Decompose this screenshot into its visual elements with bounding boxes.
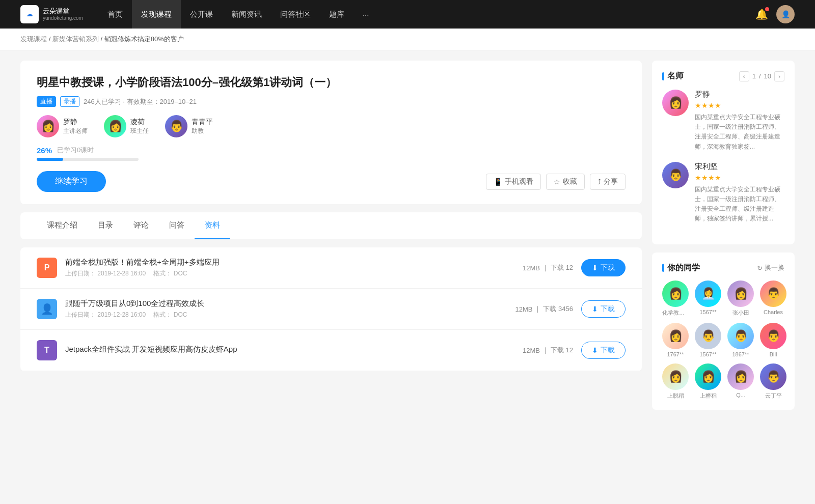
classmate-avatar-2: 👩‍💼 [695,281,721,307]
course-card: 明星中教授课，小学阶段语法100分–强化级第1讲动词（一） 直播 录播 246人… [20,61,642,204]
resource-format-label-1: 格式： [147,270,172,277]
resource-item-3: T Jetpack全组件实战 开发短视频应用高仿皮皮虾App 12MB ｜ 下载… [20,330,642,371]
nav-discover[interactable]: 发现课程 [132,0,181,29]
instructor-face-2: 👩 [104,115,126,137]
tab-intro[interactable]: 课程介绍 [37,212,88,239]
download-button-2[interactable]: ⬇ 下载 [581,300,626,318]
nav-qa[interactable]: 问答社区 [271,0,320,29]
classmate-name-5: 1767** [667,351,684,357]
bell-icon[interactable]: 🔔 [755,8,768,20]
mobile-watch-button[interactable]: 📱 手机观看 [486,174,541,190]
course-actions: 继续学习 📱 手机观看 ☆ 收藏 ⤴ 分享 [37,171,626,192]
nav-quiz[interactable]: 题库 [320,0,354,29]
instructor-info-1: 罗静 主讲老师 [63,118,88,135]
classmates-card: 你的同学 ↻ 换一换 👩 化学教书... 👩‍💼 1567** 👩 张小田 [652,253,795,410]
progress-bar-bg [37,158,139,161]
classmate-avatar-1: 👩 [662,281,689,307]
nav-public[interactable]: 公开课 [181,0,222,29]
teachers-title: 名师 [662,71,684,81]
classmate-avatar-3: 👩 [727,281,754,307]
instructor-avatar-1: 👩 [37,115,59,137]
classmate-4[interactable]: 👨 Charles [760,281,786,317]
teacher-face-2: 👨 [662,162,689,188]
content-left: 明星中教授课，小学阶段语法100分–强化级第1讲动词（一） 直播 录播 246人… [20,61,642,418]
refresh-icon: ↻ [757,264,763,272]
classmate-11[interactable]: 👩 Q... [727,363,754,400]
refresh-button[interactable]: ↻ 换一换 [757,263,784,272]
teacher-info-1: 罗静 ★★★★ 国内某重点大学安全工程专业硕士，国家一级注册消防工程师、注册安全… [695,90,784,152]
instructor-3: 👨 青青平 助教 [165,115,213,137]
teacher-item-1: 👩 罗静 ★★★★ 国内某重点大学安全工程专业硕士，国家一级注册消防工程师、注册… [662,90,784,152]
share-icon: ⤴ [597,178,601,186]
classmate-2[interactable]: 👩‍💼 1567** [695,281,721,317]
classmate-10[interactable]: 👩 上桦稻 [695,363,721,400]
tab-qa[interactable]: 问答 [159,212,195,239]
resource-title-3: Jetpack全组件实战 开发短视频应用高仿皮皮虾App [65,345,514,354]
instructor-info-3: 青青平 助教 [192,118,213,135]
page-current: 1 [752,72,756,80]
download-button-1[interactable]: ⬇ 下载 [581,259,626,276]
resource-icon-2: 👤 [37,299,57,319]
classmate-avatar-8: 👨 [760,323,786,349]
teacher-desc-1: 国内某重点大学安全工程专业硕士，国家一级注册消防工程师、注册安全工程师、高级注册… [695,113,784,152]
classmate-9[interactable]: 👩 上脱稻 [662,363,689,400]
avatar-image: 👤 [781,10,790,18]
teacher-name-1: 罗静 [695,90,784,99]
classmate-5[interactable]: 👩 1767** [662,323,689,357]
action-group: 📱 手机观看 ☆ 收藏 ⤴ 分享 [486,174,626,190]
resource-item-1: P 前端全栈加强版！前端全栈+全周期+多端应用 上传日期： 2019-12-28… [20,247,642,289]
instructor-role-3: 助教 [192,127,213,135]
tab-comments[interactable]: 评论 [123,212,159,239]
course-badges: 直播 录播 246人已学习 · 有效期至：2019–10–21 [37,96,626,107]
classmate-avatar-6: 👨 [695,323,721,349]
tabs: 课程介绍 目录 评论 问答 资料 [37,212,626,239]
classmate-12[interactable]: 👨 云丁平 [760,363,786,400]
teachers-pagination: ‹ 1 / 10 › [739,71,784,81]
classmate-8[interactable]: 👨 Bill [760,323,786,357]
bell-notification-dot [765,7,769,11]
classmate-3[interactable]: 👩 张小田 [727,281,754,317]
page-prev-button[interactable]: ‹ [739,71,749,81]
nav-more[interactable]: ··· [354,0,378,29]
logo[interactable]: ☁ 云朵课堂 yundoketang.com [20,5,83,23]
tab-resources[interactable]: 资料 [195,212,230,239]
resource-icon-1: P [37,258,57,278]
mobile-icon: 📱 [494,178,502,186]
classmate-name-10: 上桦稻 [700,392,717,400]
classmate-avatar-12: 👨 [760,363,786,390]
progress-label: 26% 已学习0课时 [37,146,626,155]
continue-button[interactable]: 继续学习 [37,171,106,192]
teacher-name-2: 宋利坚 [695,162,784,172]
download-button-3[interactable]: ⬇ 下载 [581,342,626,359]
instructor-avatar-2: 👩 [104,115,126,137]
classmates-grid: 👩 化学教书... 👩‍💼 1567** 👩 张小田 👨 Charles 👩 [662,281,784,400]
resource-item-2: 👤 跟随千万级项目从0到100全过程高效成长 上传日期： 2019-12-28 … [20,289,642,330]
tab-catalog[interactable]: 目录 [88,212,123,239]
teacher-desc-2: 国内某重点大学安全工程专业硕士，国家一级注册消防工程师、注册安全工程师、级注册建… [695,185,784,224]
classmate-1[interactable]: 👩 化学教书... [662,281,689,317]
nav-home[interactable]: 首页 [98,0,132,29]
user-avatar[interactable]: 👤 [776,5,795,23]
resource-info-2: 跟随千万级项目从0到100全过程高效成长 上传日期： 2019-12-28 16… [65,299,507,319]
classmate-avatar-5: 👩 [662,323,689,349]
classmate-7[interactable]: 👨 1867** [727,323,754,357]
nav-news[interactable]: 新闻资讯 [222,0,271,29]
instructor-role-1: 主讲老师 [63,127,88,135]
collect-button[interactable]: ☆ 收藏 [546,174,585,190]
resource-title-1: 前端全栈加强版！前端全栈+全周期+多端应用 [65,258,514,267]
breadcrumb-series[interactable]: 新媒体营销系列 [52,35,99,43]
page-next-button[interactable]: › [774,71,784,81]
classmate-name-6: 1567** [699,351,716,357]
progress-section: 26% 已学习0课时 [37,146,626,161]
breadcrumb-discover[interactable]: 发现课程 [20,35,47,43]
teacher-item-2: 👨 宋利坚 ★★★★ 国内某重点大学安全工程专业硕士，国家一级注册消防工程师、注… [662,162,784,224]
nav-items: 首页 发现课程 公开课 新闻资讯 问答社区 题库 ··· [98,0,755,29]
teachers-header: 名师 ‹ 1 / 10 › [662,71,784,81]
progress-bar-fill [37,158,63,161]
classmate-name-8: Bill [770,351,777,357]
breadcrumb: 发现课程 / 新媒体营销系列 / 销冠修炼术搞定80%的客户 [0,29,815,50]
classmate-6[interactable]: 👨 1567** [695,323,721,357]
badge-live: 直播 [37,96,56,107]
share-button[interactable]: ⤴ 分享 [590,174,626,190]
resource-stats-1: 12MB ｜ 下载 12 [523,263,573,272]
